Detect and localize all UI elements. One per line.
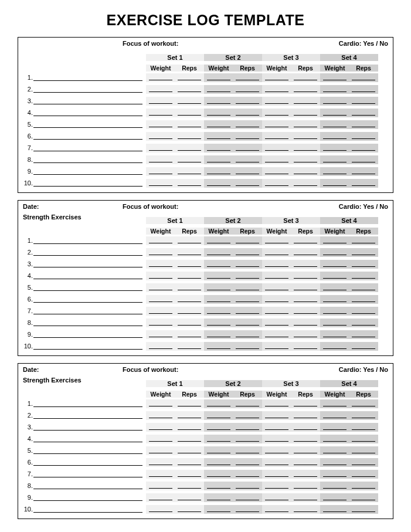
reps-field[interactable]	[236, 179, 259, 186]
weight-field[interactable]	[265, 85, 288, 92]
reps-field[interactable]	[294, 73, 317, 80]
reps-field[interactable]	[236, 167, 259, 174]
weight-field[interactable]	[265, 458, 288, 465]
weight-field[interactable]	[323, 446, 347, 453]
weight-field[interactable]	[265, 307, 288, 314]
reps-field[interactable]	[294, 342, 317, 349]
weight-field[interactable]	[207, 399, 230, 406]
weight-field[interactable]	[265, 109, 288, 116]
reps-field[interactable]	[294, 85, 317, 92]
exercise-name-field[interactable]	[33, 156, 142, 163]
weight-field[interactable]	[149, 493, 172, 500]
weight-field[interactable]	[323, 132, 347, 139]
weight-field[interactable]	[265, 155, 288, 162]
reps-field[interactable]	[236, 260, 259, 267]
weight-field[interactable]	[207, 260, 230, 267]
reps-field[interactable]	[178, 307, 201, 314]
weight-field[interactable]	[207, 144, 230, 151]
weight-field[interactable]	[149, 85, 172, 92]
reps-field[interactable]	[352, 505, 375, 512]
weight-field[interactable]	[323, 155, 347, 162]
weight-field[interactable]	[149, 458, 172, 465]
reps-field[interactable]	[294, 272, 317, 279]
weight-field[interactable]	[265, 73, 288, 80]
exercise-name-field[interactable]	[33, 506, 142, 513]
reps-field[interactable]	[236, 482, 259, 489]
weight-field[interactable]	[207, 446, 230, 453]
cardio-label[interactable]: Cardio: Yes / No	[339, 203, 388, 210]
exercise-name-field[interactable]	[33, 144, 142, 151]
reps-field[interactable]	[294, 283, 317, 290]
reps-field[interactable]	[178, 109, 201, 116]
weight-field[interactable]	[149, 307, 172, 314]
weight-field[interactable]	[265, 446, 288, 453]
reps-field[interactable]	[294, 260, 317, 267]
reps-field[interactable]	[294, 458, 317, 465]
weight-field[interactable]	[149, 97, 172, 104]
weight-field[interactable]	[149, 423, 172, 430]
reps-field[interactable]	[178, 144, 201, 151]
reps-field[interactable]	[178, 411, 201, 418]
reps-field[interactable]	[294, 411, 317, 418]
exercise-name-field[interactable]	[33, 74, 142, 81]
weight-field[interactable]	[207, 132, 230, 139]
reps-field[interactable]	[236, 272, 259, 279]
reps-field[interactable]	[352, 144, 375, 151]
reps-field[interactable]	[352, 307, 375, 314]
reps-field[interactable]	[294, 435, 317, 442]
weight-field[interactable]	[323, 120, 347, 127]
reps-field[interactable]	[178, 248, 201, 255]
weight-field[interactable]	[265, 179, 288, 186]
reps-field[interactable]	[294, 318, 317, 326]
reps-field[interactable]	[352, 155, 375, 162]
reps-field[interactable]	[236, 120, 259, 127]
exercise-name-field[interactable]	[33, 168, 142, 175]
exercise-name-field[interactable]	[33, 284, 142, 291]
reps-field[interactable]	[236, 97, 259, 104]
reps-field[interactable]	[294, 132, 317, 139]
reps-field[interactable]	[236, 248, 259, 255]
weight-field[interactable]	[265, 295, 288, 302]
reps-field[interactable]	[352, 435, 375, 442]
weight-field[interactable]	[149, 505, 172, 512]
exercise-name-field[interactable]	[33, 296, 142, 303]
weight-field[interactable]	[265, 399, 288, 406]
weight-field[interactable]	[149, 411, 172, 418]
focus-label[interactable]: Focus of workout:	[123, 203, 339, 210]
weight-field[interactable]	[207, 155, 230, 162]
reps-field[interactable]	[178, 435, 201, 442]
weight-field[interactable]	[149, 283, 172, 290]
reps-field[interactable]	[178, 85, 201, 92]
reps-field[interactable]	[352, 97, 375, 104]
reps-field[interactable]	[352, 470, 375, 477]
reps-field[interactable]	[236, 342, 259, 349]
reps-field[interactable]	[236, 85, 259, 92]
reps-field[interactable]	[236, 458, 259, 465]
weight-field[interactable]	[323, 167, 347, 174]
reps-field[interactable]	[178, 446, 201, 453]
weight-field[interactable]	[265, 132, 288, 139]
reps-field[interactable]	[352, 482, 375, 489]
exercise-name-field[interactable]	[33, 494, 142, 501]
reps-field[interactable]	[294, 236, 317, 243]
weight-field[interactable]	[323, 318, 347, 326]
reps-field[interactable]	[236, 283, 259, 290]
weight-field[interactable]	[265, 144, 288, 151]
reps-field[interactable]	[352, 318, 375, 326]
weight-field[interactable]	[323, 85, 347, 92]
weight-field[interactable]	[265, 330, 288, 337]
reps-field[interactable]	[294, 144, 317, 151]
reps-field[interactable]	[178, 155, 201, 162]
reps-field[interactable]	[178, 423, 201, 430]
weight-field[interactable]	[323, 295, 347, 302]
cardio-label[interactable]: Cardio: Yes / No	[339, 366, 388, 373]
exercise-name-field[interactable]	[33, 447, 142, 454]
exercise-name-field[interactable]	[33, 97, 142, 104]
weight-field[interactable]	[149, 260, 172, 267]
reps-field[interactable]	[236, 446, 259, 453]
weight-field[interactable]	[207, 307, 230, 314]
reps-field[interactable]	[294, 97, 317, 104]
weight-field[interactable]	[207, 120, 230, 127]
reps-field[interactable]	[294, 295, 317, 302]
weight-field[interactable]	[265, 167, 288, 174]
